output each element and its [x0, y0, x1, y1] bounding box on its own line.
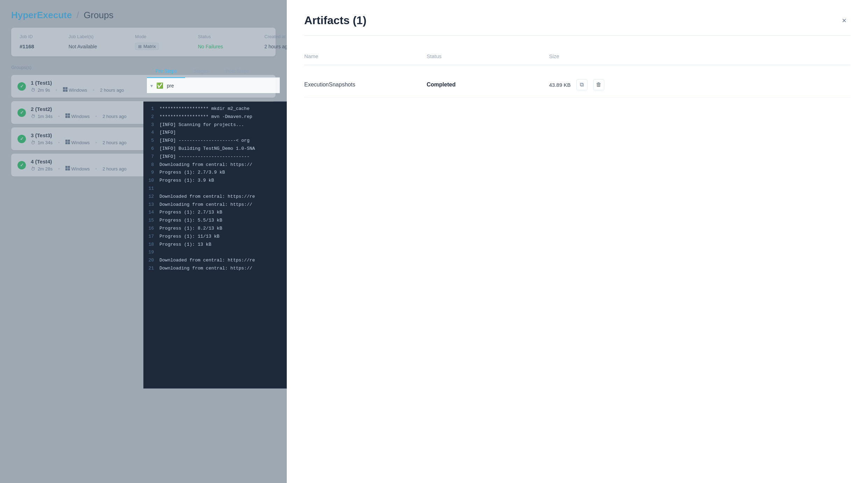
line-number: 1 [147, 105, 159, 113]
line-number: 21 [147, 265, 159, 272]
line-number: 6 [147, 145, 159, 153]
line-code: Downloaded from central: https://re [159, 257, 255, 264]
terminal-line: 17 Progress (1): 11/13 kB [143, 233, 290, 241]
terminal-line: 20 Downloaded from central: https://re [143, 257, 290, 265]
steps-area: Pre Steps Stages Post Steps ▾ ✅ pre [147, 65, 280, 93]
terminal-line: 4 [INFO] [143, 129, 290, 137]
tab-stages[interactable]: Stages [185, 65, 217, 77]
panel-header: Artifacts (1) × [304, 14, 851, 36]
artifact-name-0: ExecutionSnapshots [304, 82, 427, 88]
terminal-line: 10 Progress (1): 3.9 kB [143, 177, 290, 185]
step-check-icon: ✅ [156, 82, 163, 89]
delete-icon: 🗑 [596, 82, 602, 88]
chevron-down-icon: ▾ [150, 83, 153, 89]
line-code: Downloading from central: https:// [159, 265, 252, 272]
terminal-line: 1 ****************** mkdir m2_cache [143, 105, 290, 113]
line-code: Downloading from central: https:// [159, 161, 252, 169]
terminal-line: 8 Downloading from central: https:// [143, 161, 290, 169]
artifact-status-0: Completed [427, 82, 549, 88]
line-number: 9 [147, 169, 159, 176]
line-code: Progress (1): 2.7/13 kB [159, 209, 222, 216]
line-number: 5 [147, 137, 159, 145]
line-number: 20 [147, 257, 159, 264]
line-number: 7 [147, 153, 159, 161]
terminal-line: 12 Downloaded from central: https://re [143, 193, 290, 201]
line-code: ****************** mvn -Dmaven.rep [159, 113, 252, 121]
artifacts-table-header: Name Status Size [304, 50, 851, 65]
line-number: 4 [147, 129, 159, 136]
col-header-status: Status [427, 53, 549, 59]
copy-icon: ⧉ [580, 82, 584, 88]
artifact-size-0: 43.89 KB [549, 82, 571, 88]
line-number: 13 [147, 201, 159, 209]
steps-tabs: Pre Steps Stages Post Steps [147, 65, 280, 78]
panel-title: Artifacts (1) [304, 14, 367, 27]
line-number: 8 [147, 161, 159, 169]
terminal-content: 1 ****************** mkdir m2_cache 2 **… [143, 102, 290, 276]
terminal-line: 15 Progress (1): 5.5/13 kB [143, 217, 290, 225]
line-number: 18 [147, 241, 159, 248]
line-number: 17 [147, 233, 159, 240]
line-number: 15 [147, 217, 159, 224]
terminal-line: 2 ****************** mvn -Dmaven.rep [143, 113, 290, 121]
line-number: 3 [147, 121, 159, 129]
line-code: Progress (1): 5.5/13 kB [159, 217, 222, 224]
line-code: Progress (1): 8.2/13 kB [159, 225, 222, 232]
artifacts-table: Name Status Size ExecutionSnapshots Comp… [304, 50, 851, 98]
terminal-line: 7 [INFO] -------------------------- [143, 153, 290, 161]
line-code: Progress (1): 2.7/3.9 kB [159, 169, 225, 176]
terminal-line: 5 [INFO] ---------------------< org [143, 137, 290, 145]
terminal-line: 14 Progress (1): 2.7/13 kB [143, 209, 290, 217]
terminal-line: 3 [INFO] Scanning for projects... [143, 121, 290, 129]
terminal-panel: 1 ****************** mkdir m2_cache 2 **… [143, 102, 290, 388]
line-number: 12 [147, 193, 159, 201]
artifact-copy-button-0[interactable]: ⧉ [576, 79, 588, 90]
artifact-row-0: ExecutionSnapshots Completed 43.89 KB ⧉ … [304, 72, 851, 98]
close-icon: × [842, 16, 847, 25]
line-code: [INFO] ---------------------< org [159, 137, 249, 145]
terminal-line: 11 [143, 185, 290, 193]
line-code: Downloaded from central: https://re [159, 193, 255, 201]
artifacts-panel: Artifacts (1) × Name Status Size Executi… [287, 0, 868, 483]
artifact-delete-button-0[interactable]: 🗑 [593, 79, 604, 90]
col-header-size: Size [549, 53, 636, 59]
terminal-line: 21 Downloading from central: https:// [143, 265, 290, 273]
tab-post-steps[interactable]: Post Steps [217, 65, 258, 77]
line-code: ****************** mkdir m2_cache [159, 105, 249, 113]
line-code: Progress (1): 13 kB [159, 241, 211, 248]
close-button[interactable]: × [838, 14, 851, 27]
line-code: Downloading from central: https:// [159, 201, 252, 209]
line-code: [INFO] -------------------------- [159, 153, 249, 161]
terminal-line: 19 [143, 248, 290, 257]
line-code: [INFO] Scanning for projects... [159, 121, 244, 129]
line-code: [INFO] [159, 129, 176, 136]
pre-step-label: pre [167, 83, 174, 89]
line-number: 2 [147, 113, 159, 121]
terminal-line: 6 [INFO] Building TestNG_Demo 1.0-SNA [143, 145, 290, 153]
line-code: Progress (1): 3.9 kB [159, 177, 214, 184]
terminal-line: 16 Progress (1): 8.2/13 kB [143, 225, 290, 233]
line-code: Progress (1): 11/13 kB [159, 233, 220, 240]
artifact-size-cell-0: 43.89 KB ⧉ 🗑 [549, 79, 636, 90]
pre-step-row: ▾ ✅ pre [147, 78, 280, 93]
line-number: 10 [147, 177, 159, 184]
line-number: 16 [147, 225, 159, 232]
line-number: 11 [147, 185, 159, 192]
terminal-line: 13 Downloading from central: https:// [143, 201, 290, 209]
line-number: 19 [147, 249, 159, 256]
terminal-line: 9 Progress (1): 2.7/3.9 kB [143, 169, 290, 177]
terminal-line: 18 Progress (1): 13 kB [143, 241, 290, 249]
line-number: 14 [147, 209, 159, 216]
tab-pre-steps[interactable]: Pre Steps [147, 65, 185, 78]
col-header-name: Name [304, 53, 427, 59]
line-code: [INFO] Building TestNG_Demo 1.0-SNA [159, 145, 255, 153]
